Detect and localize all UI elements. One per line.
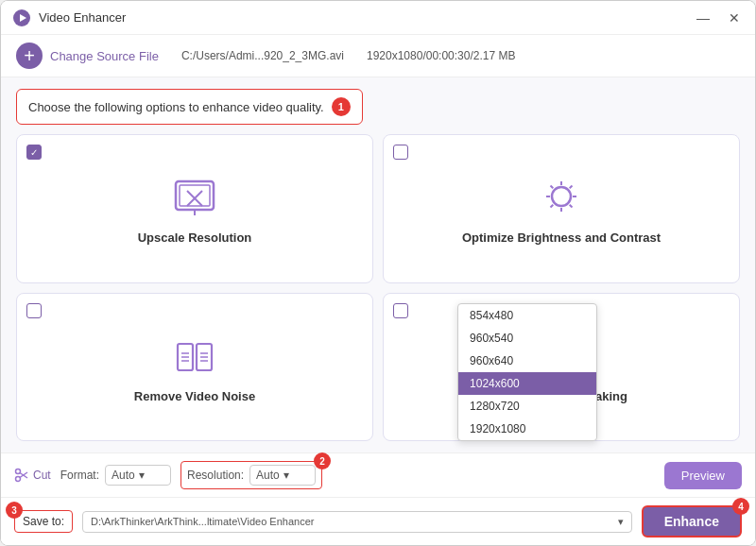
app-window: Video Enhancer — ✕ + Change Source File … bbox=[0, 0, 756, 546]
enhance-label: Enhance bbox=[664, 514, 719, 529]
svg-point-29 bbox=[16, 477, 21, 482]
plus-icon: + bbox=[16, 43, 43, 69]
hint-box: Choose the following options to enhance … bbox=[16, 89, 363, 125]
format-value: Auto bbox=[112, 469, 135, 482]
save-to-label: 3 Save to: bbox=[14, 510, 73, 533]
svg-line-14 bbox=[570, 205, 573, 208]
upscale-label: Upscale Resolution bbox=[138, 230, 252, 245]
svg-line-15 bbox=[570, 186, 573, 189]
resolution-select[interactable]: Auto ▾ bbox=[249, 465, 316, 486]
resolution-value: Auto bbox=[256, 469, 280, 482]
save-path-text: D:\ArkThinker\ArkThink...ltimate\Video E… bbox=[91, 516, 314, 527]
save-badge: 3 bbox=[6, 502, 23, 519]
window-title: Video Enhancer bbox=[39, 10, 126, 25]
resolution-badge: 2 bbox=[314, 452, 331, 469]
option-card-upscale[interactable]: Upscale Resolution bbox=[16, 134, 373, 283]
noise-icon bbox=[168, 334, 221, 380]
svg-point-30 bbox=[16, 469, 21, 474]
close-button[interactable]: ✕ bbox=[725, 9, 744, 27]
app-icon bbox=[12, 9, 31, 27]
checkbox-noise[interactable] bbox=[26, 303, 42, 318]
option-card-brightness[interactable]: Optimize Brightness and Contrast bbox=[383, 134, 740, 283]
checkbox-brightness[interactable] bbox=[393, 145, 408, 160]
checkbox-upscale[interactable] bbox=[26, 145, 42, 160]
enhance-button[interactable]: 4 Enhance bbox=[642, 505, 742, 537]
hint-badge: 1 bbox=[332, 97, 351, 116]
save-label-text: Save to: bbox=[23, 515, 64, 528]
resolution-group: 2 Resolution: Auto ▾ 854x480 960x540 960… bbox=[180, 461, 322, 489]
bottom-bar: Cut Format: Auto ▾ 2 Resolution: Auto ▾ … bbox=[1, 452, 755, 497]
change-source-label: Change Source File bbox=[50, 49, 159, 63]
content-area: Choose the following options to enhance … bbox=[1, 77, 755, 452]
brightness-icon bbox=[535, 176, 588, 221]
file-meta: 1920x1080/00:00:30/2.17 MB bbox=[367, 49, 515, 62]
scissors-icon bbox=[14, 468, 29, 483]
cut-button[interactable]: Cut bbox=[14, 468, 51, 483]
option-card-noise[interactable]: Remove Video Noise bbox=[16, 293, 373, 442]
dropdown-item-960-640[interactable]: 960x640 bbox=[458, 350, 596, 372]
preview-button[interactable]: Preview bbox=[664, 462, 742, 489]
title-bar-left: Video Enhancer bbox=[12, 9, 126, 27]
dropdown-item-1280[interactable]: 1280x720 bbox=[458, 395, 596, 418]
minimize-button[interactable]: — bbox=[693, 9, 713, 27]
change-source-button[interactable]: + Change Source File bbox=[16, 43, 159, 69]
dropdown-item-960-540[interactable]: 960x540 bbox=[458, 327, 596, 350]
title-bar: Video Enhancer — ✕ bbox=[1, 1, 755, 35]
upscale-icon bbox=[168, 176, 221, 221]
format-select[interactable]: Auto ▾ bbox=[105, 465, 171, 486]
dropdown-item-854[interactable]: 854x480 bbox=[458, 304, 596, 327]
format-dropdown-icon: ▾ bbox=[139, 469, 145, 482]
checkbox-shaking[interactable] bbox=[393, 303, 408, 318]
enhance-badge: 4 bbox=[732, 498, 749, 515]
cut-label: Cut bbox=[33, 469, 51, 482]
resolution-label: Resolution: bbox=[187, 469, 244, 482]
svg-line-16 bbox=[551, 205, 554, 208]
save-path[interactable]: D:\ArkThinker\ArkThink...ltimate\Video E… bbox=[82, 511, 632, 533]
save-row: 3 Save to: D:\ArkThinker\ArkThink...ltim… bbox=[1, 497, 755, 545]
toolbar: + Change Source File C:/Users/Admi...920… bbox=[1, 35, 755, 77]
svg-point-8 bbox=[552, 187, 571, 206]
resolution-dropdown-icon: ▾ bbox=[284, 469, 289, 482]
format-label: Format: bbox=[60, 469, 99, 482]
resolution-dropdown[interactable]: 854x480 960x540 960x640 1024x600 1280x72… bbox=[457, 303, 597, 441]
file-path: C:/Users/Admi...920_2_3MG.avi bbox=[181, 49, 344, 62]
brightness-label: Optimize Brightness and Contrast bbox=[462, 230, 661, 245]
dropdown-item-1920[interactable]: 1920x1080 bbox=[458, 418, 596, 440]
window-controls: — ✕ bbox=[693, 9, 744, 27]
svg-rect-3 bbox=[180, 185, 210, 206]
options-grid: Upscale Resolution bbox=[16, 134, 740, 441]
svg-line-13 bbox=[551, 186, 554, 189]
hint-text: Choose the following options to enhance … bbox=[28, 100, 324, 114]
format-group: Format: Auto ▾ bbox=[60, 465, 171, 486]
save-path-dropdown-icon: ▾ bbox=[618, 516, 624, 528]
dropdown-item-1024[interactable]: 1024x600 bbox=[458, 372, 596, 395]
noise-label: Remove Video Noise bbox=[134, 389, 255, 403]
